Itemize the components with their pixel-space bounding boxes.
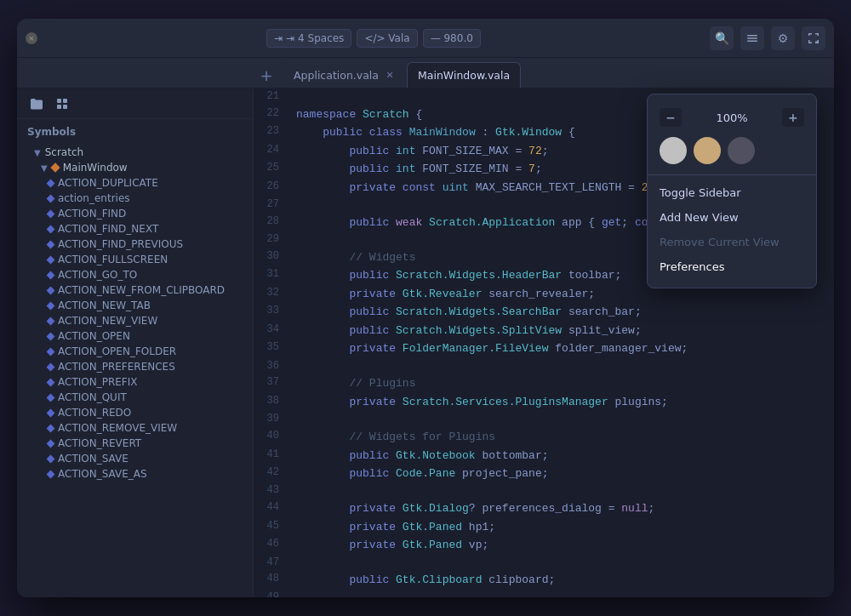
- diamond-icon: [47, 194, 55, 202]
- code-line-44: 44 private Gtk.Dialog? preferences_dialo…: [254, 499, 834, 517]
- tree-label: ACTION_FULLSCREEN: [58, 254, 168, 265]
- code-line-48: 48 public Gtk.Clipboard clipboard;: [254, 571, 834, 589]
- list-item[interactable]: ACTION_FIND: [17, 206, 253, 221]
- list-item[interactable]: ACTION_REDO: [17, 405, 253, 420]
- code-line-36: 36: [254, 358, 834, 375]
- menu-item-add-new-view[interactable]: Add New View: [648, 205, 816, 230]
- add-tab-button[interactable]: +: [254, 62, 279, 88]
- tree-label: ACTION_PREFIX: [58, 376, 138, 388]
- svg-rect-2: [747, 40, 757, 42]
- diamond-icon: [47, 255, 55, 264]
- list-item[interactable]: ACTION_PREFERENCES: [17, 359, 253, 374]
- code-line-37: 37 // Plugins: [254, 374, 834, 392]
- tab-close-button[interactable]: ✕: [384, 70, 396, 82]
- svg-rect-6: [63, 105, 67, 109]
- zoom-out-button[interactable]: −: [660, 108, 682, 127]
- diamond-icon: [47, 301, 55, 310]
- zoom-in-button[interactable]: +: [782, 108, 804, 127]
- menu-divider: [648, 174, 816, 175]
- list-item[interactable]: ACTION_SAVE_AS: [17, 466, 253, 482]
- list-item[interactable]: ACTION_QUIT: [17, 390, 253, 405]
- tree-arrow: ▼: [34, 148, 41, 157]
- list-item[interactable]: ACTION_FIND_PREVIOUS: [17, 237, 253, 252]
- diamond-icon: [47, 271, 55, 279]
- menu-item-preferences[interactable]: Preferences: [648, 254, 816, 279]
- width-badge[interactable]: — 980.0: [423, 29, 481, 48]
- diamond-icon: [50, 163, 60, 172]
- list-item[interactable]: action_entries: [17, 191, 253, 206]
- diamond-icon: [47, 393, 55, 402]
- list-item[interactable]: ACTION_FULLSCREEN: [17, 252, 253, 267]
- search-button[interactable]: 🔍: [710, 26, 734, 50]
- tree-label: ACTION_REMOVE_VIEW: [58, 422, 177, 434]
- tree-arrow: ▼: [41, 163, 48, 173]
- list-item[interactable]: ACTION_NEW_FROM_CLIPBOARD: [17, 282, 253, 298]
- list-item[interactable]: ACTION_REMOVE_VIEW: [17, 420, 253, 436]
- titlebar-center: ⇥ ⇥ 4 Spaces </> Vala — 980.0: [266, 29, 481, 48]
- menu-item-remove-current-view: Remove Current View: [648, 230, 816, 254]
- list-item[interactable]: ACTION_NEW_TAB: [17, 298, 253, 313]
- list-item[interactable]: ACTION_OPEN_FOLDER: [17, 344, 253, 359]
- tree-label: ACTION_FIND_PREVIOUS: [58, 238, 183, 250]
- tree-label: Scratch: [45, 146, 83, 158]
- diamond-icon: [47, 286, 55, 294]
- gear-button[interactable]: ⚙: [771, 26, 795, 50]
- tree-label: ACTION_QUIT: [58, 391, 127, 403]
- tree-label: ACTION_SAVE: [58, 453, 129, 465]
- list-item[interactable]: ACTION_NEW_VIEW: [17, 313, 253, 328]
- diamond-icon: [47, 347, 55, 356]
- diamond-icon: [47, 470, 55, 478]
- titlebar-right: 🔍 ⚙: [710, 26, 825, 50]
- dropdown-menu: − 100% + Toggle Sidebar Add New View Rem…: [647, 94, 817, 288]
- lang-badge[interactable]: </> Vala: [357, 29, 417, 48]
- menu-item-toggle-sidebar[interactable]: Toggle Sidebar: [648, 180, 816, 205]
- list-item[interactable]: ACTION_SAVE: [17, 451, 253, 466]
- indent-badge[interactable]: ⇥ ⇥ 4 Spaces: [266, 29, 351, 48]
- diamond-icon: [47, 209, 55, 218]
- diamond-icon: [47, 225, 55, 233]
- actions-button[interactable]: [740, 26, 764, 50]
- grid-icon: [56, 98, 68, 110]
- width-label: — 980.0: [431, 32, 473, 44]
- tree-label: MainWindow: [63, 162, 128, 174]
- list-item[interactable]: ACTION_GO_TO: [17, 267, 253, 282]
- list-item[interactable]: ACTION_PREFIX: [17, 374, 253, 390]
- code-line-34: 34 public Scratch.Widgets.SplitView spli…: [254, 322, 834, 339]
- color-swatch-tan[interactable]: [694, 137, 721, 164]
- tree-label: ACTION_DUPLICATE: [58, 177, 158, 189]
- diamond-icon: [47, 408, 55, 417]
- sidebar-title: Symbols: [17, 119, 253, 145]
- tree-label: ACTION_SAVE_AS: [58, 468, 147, 480]
- code-line-46: 46 private Gtk.Paned vp;: [254, 536, 834, 554]
- tree-item-mainwindow[interactable]: ▼ MainWindow: [17, 160, 253, 175]
- sidebar-folder-button[interactable]: [24, 91, 49, 117]
- list-item[interactable]: ACTION_DUPLICATE: [17, 175, 253, 191]
- indent-icon: ⇥: [274, 32, 283, 44]
- fullscreen-button[interactable]: [802, 26, 825, 50]
- list-item[interactable]: ACTION_REVERT: [17, 436, 253, 451]
- list-item[interactable]: ACTION_FIND_NEXT: [17, 221, 253, 237]
- diamond-icon: [47, 424, 55, 432]
- list-item[interactable]: ACTION_OPEN: [17, 328, 253, 344]
- code-line-35: 35 private FolderManager.FileView folder…: [254, 339, 834, 357]
- color-swatch-dark[interactable]: [728, 137, 755, 164]
- code-line-39: 39: [254, 411, 834, 428]
- tree-label: ACTION_REVERT: [58, 437, 141, 449]
- tab-mainwindow-vala[interactable]: MainWindow.vala: [407, 62, 521, 88]
- tree-label: ACTION_REDO: [58, 407, 131, 419]
- zoom-value: 100%: [716, 111, 747, 124]
- tree-label: ACTION_NEW_VIEW: [58, 315, 157, 327]
- code-line-45: 45 private Gtk.Paned hp1;: [254, 518, 834, 536]
- close-button[interactable]: ×: [26, 32, 37, 44]
- sidebar-grid-button[interactable]: [49, 91, 75, 117]
- tab-label: Application.vala: [294, 69, 379, 82]
- line-number: 21: [254, 88, 288, 106]
- tree-label: ACTION_PREFERENCES: [58, 361, 175, 373]
- sidebar-header: [17, 88, 253, 119]
- tab-application-vala[interactable]: Application.vala ✕: [283, 62, 407, 88]
- gear-icon: ⚙: [778, 31, 789, 45]
- color-swatch-light[interactable]: [660, 137, 687, 164]
- tree-item-scratch[interactable]: ▼ Scratch: [17, 145, 253, 160]
- zoom-row: − 100% +: [648, 103, 816, 132]
- code-line-42: 42 public Code.Pane project_pane;: [254, 465, 834, 482]
